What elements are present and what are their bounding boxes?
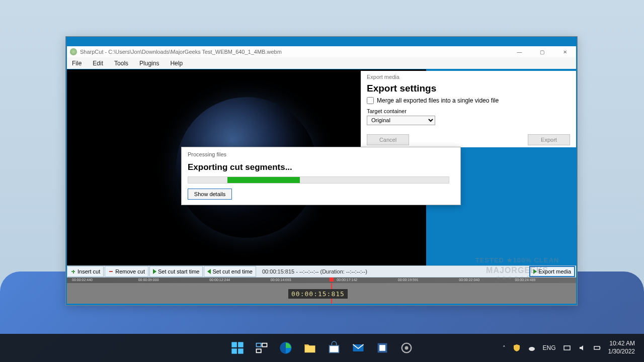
store-button[interactable]	[324, 338, 344, 358]
svg-rect-3	[238, 348, 244, 354]
task-view-button[interactable]	[252, 338, 272, 358]
menu-file[interactable]: File	[72, 60, 82, 67]
svg-rect-15	[564, 346, 570, 350]
timeline[interactable]: 00:00:02:440 00:00:09:000 00:00:12:244 0…	[67, 278, 576, 304]
settings-button[interactable]	[396, 338, 417, 358]
remove-cut-button[interactable]: Remove cut	[105, 266, 148, 277]
time: 10:42 AM	[608, 340, 635, 348]
windows-icon	[230, 341, 245, 355]
maximize-button[interactable]: ▢	[531, 46, 553, 57]
svg-rect-2	[231, 348, 237, 354]
gear-icon	[399, 341, 414, 355]
volume-icon[interactable]	[578, 344, 586, 352]
insert-cut-button[interactable]: Insert cut	[67, 266, 104, 277]
task-view-icon	[255, 341, 269, 355]
store-icon	[327, 341, 341, 355]
merge-checkbox[interactable]	[367, 97, 374, 104]
svg-rect-6	[257, 349, 261, 352]
mail-icon	[351, 341, 365, 355]
svg-point-13	[405, 346, 409, 350]
set-start-button[interactable]: Set cut start time	[149, 266, 203, 277]
minus-icon	[108, 269, 114, 275]
mail-button[interactable]	[348, 338, 368, 358]
app-icon	[70, 48, 77, 55]
menu-edit[interactable]: Edit	[93, 60, 103, 67]
battery-icon[interactable]	[593, 344, 601, 352]
cloud-icon[interactable]	[528, 344, 536, 352]
export-media-button[interactable]: Export media	[529, 266, 575, 277]
timeline-ruler: 00:00:02:440 00:00:09:000 00:00:12:244 0…	[67, 278, 576, 283]
app-button[interactable]	[372, 338, 392, 358]
svg-rect-4	[257, 343, 261, 347]
language-indicator[interactable]: ENG	[543, 344, 556, 351]
menubar: File Edit Tools Plugins Help	[67, 57, 576, 69]
svg-rect-8	[330, 345, 339, 352]
cut-toolbar: Insert cut Remove cut Set cut start time…	[67, 265, 576, 278]
menu-help[interactable]: Help	[170, 60, 183, 67]
tray-chevron-icon[interactable]: ˄	[503, 345, 506, 351]
svg-rect-16	[594, 346, 600, 349]
app-icon	[375, 341, 389, 355]
network-icon[interactable]	[563, 344, 571, 352]
minimize-button[interactable]: —	[508, 46, 531, 57]
taskbar: ˄ ENG 10:42 AM 1/30/2022	[0, 334, 644, 362]
shield-icon[interactable]	[513, 344, 521, 352]
timeline-time-badge: 00:00:15:815	[288, 289, 348, 299]
close-button[interactable]: ✕	[553, 46, 576, 57]
plus-icon	[70, 269, 76, 275]
set-end-button[interactable]: Set cut end time	[204, 266, 256, 277]
export-button[interactable]: Export	[528, 134, 570, 145]
merge-checkbox-row[interactable]: Merge all exported files into a single v…	[367, 97, 570, 104]
system-tray: ˄ ENG 10:42 AM 1/30/2022	[503, 334, 635, 362]
merge-label: Merge all exported files into a single v…	[377, 97, 499, 104]
progress-fill	[227, 177, 300, 183]
export-panel: Export media Export settings Merge all e…	[361, 71, 576, 147]
show-details-button[interactable]: Show details	[188, 189, 232, 200]
time-display: 00:00:15:815 - --:--:--:-- (Duration: --…	[257, 268, 372, 275]
svg-rect-1	[238, 342, 244, 347]
edge-button[interactable]	[276, 338, 296, 358]
progress-heading: Exporting cut segments...	[188, 162, 454, 172]
target-container-label: Target container	[367, 108, 570, 114]
progress-dialog: Processing files Exporting cut segments.…	[181, 147, 461, 205]
menu-tools[interactable]: Tools	[114, 60, 128, 67]
edge-icon	[279, 341, 293, 355]
arrow-right-icon	[153, 269, 156, 274]
svg-rect-17	[600, 347, 601, 348]
svg-rect-11	[379, 345, 385, 351]
start-button[interactable]	[227, 338, 248, 358]
export-settings-heading: Export settings	[367, 83, 570, 94]
folder-icon	[303, 341, 317, 355]
menu-plugins[interactable]: Plugins	[139, 60, 159, 67]
date: 1/30/2022	[608, 348, 635, 356]
svg-point-14	[529, 347, 535, 351]
svg-rect-0	[231, 342, 237, 347]
window-title: SharpCut - C:\Users\Jon\Downloads\MajorG…	[80, 49, 282, 55]
progress-bar	[188, 176, 449, 184]
titlebar: SharpCut - C:\Users\Jon\Downloads\MajorG…	[67, 46, 576, 57]
arrow-right-icon	[533, 269, 537, 274]
arrow-left-icon	[207, 269, 211, 274]
explorer-button[interactable]	[300, 338, 320, 358]
progress-title: Processing files	[188, 151, 454, 157]
export-panel-title: Export media	[367, 74, 570, 80]
svg-rect-5	[262, 343, 267, 347]
timeline-track[interactable]: 00:00:15:815	[67, 283, 576, 304]
cancel-button[interactable]: Cancel	[367, 134, 409, 145]
target-container-select[interactable]: Original	[367, 116, 435, 125]
clock[interactable]: 10:42 AM 1/30/2022	[608, 340, 635, 355]
